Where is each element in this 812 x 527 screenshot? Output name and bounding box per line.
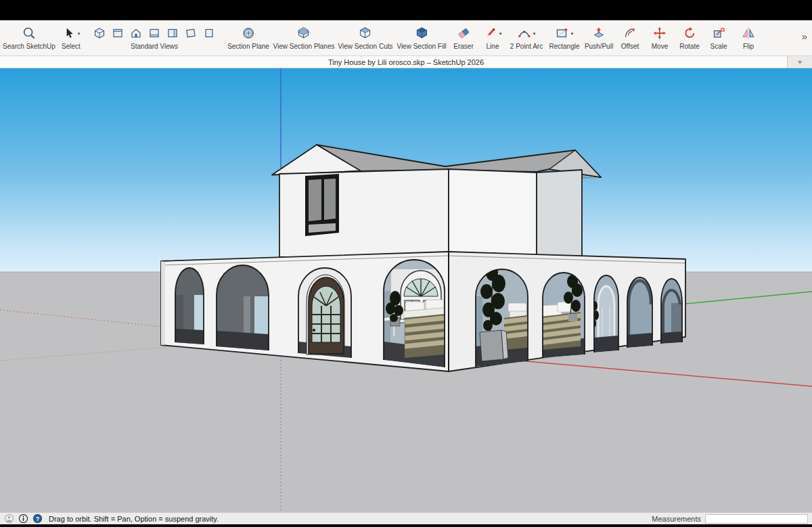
chevron-down-icon[interactable]: ▾ <box>571 31 574 36</box>
offset-icon <box>623 26 637 40</box>
pencil-icon <box>484 26 497 40</box>
standard-view-iso-button[interactable] <box>93 27 106 39</box>
standard-view-back-button[interactable] <box>185 27 197 39</box>
tool-label: Line <box>487 43 499 50</box>
chevron-down-icon[interactable]: ▾ <box>78 31 81 36</box>
arch-opening <box>627 277 652 348</box>
rectangle-icon <box>556 26 569 40</box>
arch-opening <box>661 279 682 344</box>
tool-push-pull[interactable]: Push/Pull <box>585 25 613 50</box>
move-icon <box>653 26 667 40</box>
tool-label: Rotate <box>679 43 699 50</box>
tool-label: Push/Pull <box>585 43 613 50</box>
search-icon <box>22 26 36 40</box>
sofa <box>403 300 445 358</box>
arch-front-door <box>298 268 351 358</box>
section-cube-fill-icon <box>415 26 428 40</box>
help-icon[interactable]: ? <box>32 513 43 524</box>
upper-right-front-wall <box>449 169 537 257</box>
arcade-left-return <box>161 261 165 345</box>
tool-label: 2 Point Arc <box>510 43 543 50</box>
new-scene-tab-button[interactable]: + <box>787 56 812 68</box>
tool-view-section-planes[interactable]: View Section Planes <box>273 25 335 50</box>
arch-living-room <box>380 260 447 367</box>
document-title-bar: Tiny House by Lili orosco.skp – SketchUp… <box>0 56 812 68</box>
tool-label: Flip <box>743 43 754 50</box>
arc-icon <box>518 26 531 40</box>
tool-flip[interactable]: Flip <box>742 25 755 50</box>
measurements-input[interactable] <box>705 514 808 524</box>
door-handle <box>313 329 315 331</box>
tool-offset[interactable]: Offset <box>621 25 639 50</box>
push-pull-icon <box>592 26 606 40</box>
scale-icon <box>712 26 725 40</box>
chevron-down-icon[interactable]: ▾ <box>533 31 536 36</box>
arch-opening <box>175 268 204 344</box>
tool-label: Search SketchUp <box>3 43 55 50</box>
tool-line[interactable]: ▾ Line <box>484 25 502 50</box>
tool-label: Offset <box>621 43 639 50</box>
toolbar: Search SketchUp ▾ Select Standard View <box>0 20 812 56</box>
tool-view-section-fill[interactable]: View Section Fill <box>397 25 446 50</box>
upper-window <box>305 174 339 236</box>
tool-label: View Section Cuts <box>338 43 393 50</box>
tool-2-point-arc[interactable]: ▾ 2 Point Arc <box>510 25 543 50</box>
tool-label: Scale <box>710 43 727 50</box>
upper-front-wall <box>279 169 449 257</box>
tool-search-sketchup[interactable]: Search SketchUp <box>3 25 55 50</box>
geolocation-icon[interactable] <box>4 513 14 524</box>
section-cube-icon <box>297 26 311 40</box>
section-cube-cut-icon <box>359 26 372 40</box>
cursor-icon <box>62 26 76 40</box>
tool-label: Rectangle <box>549 43 579 50</box>
tool-label: Select <box>62 43 81 50</box>
model-render <box>0 68 812 512</box>
standard-view-home-button[interactable] <box>130 27 142 39</box>
tool-scale[interactable]: Scale <box>710 25 727 50</box>
standard-view-right-button[interactable] <box>166 27 179 39</box>
tool-move[interactable]: Move <box>652 25 668 50</box>
tool-section-plane[interactable]: Section Plane <box>227 25 269 50</box>
standard-view-top-button[interactable] <box>112 27 124 39</box>
tool-eraser[interactable]: Eraser <box>453 25 473 50</box>
chevron-down-icon[interactable]: ▾ <box>499 31 502 36</box>
tool-rotate[interactable]: Rotate <box>679 25 699 50</box>
measurements-label: Measurements <box>652 515 701 523</box>
sketchup-window: Search SketchUp ▾ Select Standard View <box>0 0 812 527</box>
status-hint: Drag to orbit. Shift = Pan, Option = sus… <box>49 515 219 523</box>
concrete-planter <box>480 330 508 361</box>
rotate-icon <box>683 26 696 40</box>
upper-side-wall <box>537 170 582 257</box>
tool-label: View Section Fill <box>397 43 446 50</box>
svg-text:?: ? <box>36 515 40 522</box>
tool-label: Move <box>652 43 668 50</box>
section-plane-icon <box>242 26 255 40</box>
status-bar: ? Drag to orbit. Shift = Pan, Option = s… <box>0 512 812 524</box>
tool-rectangle[interactable]: ▾ Rectangle <box>549 25 579 50</box>
tool-label: View Section Planes <box>273 43 335 50</box>
tool-label: Eraser <box>453 43 473 50</box>
standard-view-front-button[interactable] <box>148 27 160 39</box>
arch-patio-planter <box>476 265 528 367</box>
arch-daybed <box>541 273 585 358</box>
standard-views-group: Standard Views <box>93 25 215 50</box>
3d-viewport[interactable] <box>0 68 812 512</box>
document-title: Tiny House by Lili orosco.skp – SketchUp… <box>328 58 484 66</box>
info-icon[interactable] <box>18 513 28 524</box>
tool-label: Section Plane <box>227 43 269 50</box>
tool-select[interactable]: ▾ Select <box>62 25 81 50</box>
group-label: Standard Views <box>131 43 178 50</box>
toolbar-overflow-chevron[interactable]: » <box>802 30 807 42</box>
flip-icon <box>742 26 755 40</box>
tool-view-section-cuts[interactable]: View Section Cuts <box>338 25 393 50</box>
bottom-edge-strip <box>0 524 812 527</box>
arch-opening <box>217 265 269 350</box>
eraser-icon <box>457 26 470 40</box>
macos-menu-bar <box>0 0 812 20</box>
standard-view-left-button[interactable] <box>203 27 215 39</box>
